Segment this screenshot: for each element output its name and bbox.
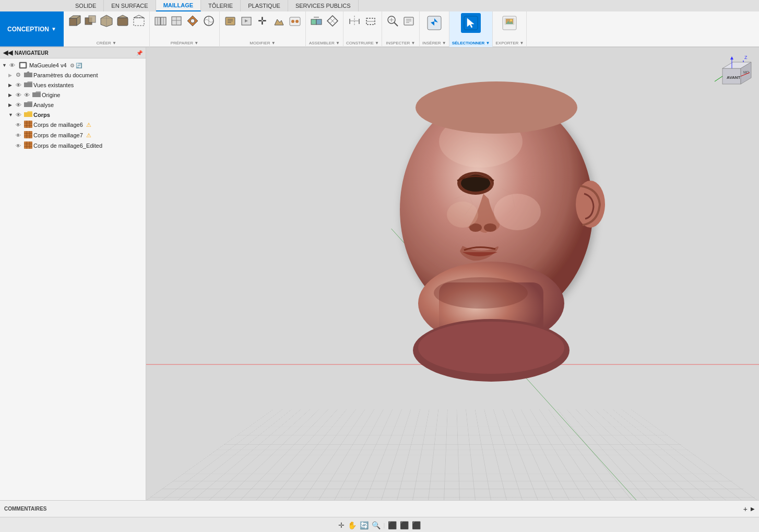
- expand-analyse-icon[interactable]: ▶: [8, 102, 15, 108]
- navigator-collapse-icon[interactable]: ◀◀: [3, 49, 13, 56]
- view-ctrl-rotate[interactable]: 🔄: [360, 521, 369, 529]
- eye-icon-corps[interactable]: 👁: [16, 112, 23, 118]
- tab-maillage[interactable]: MAILLAGE: [156, 0, 201, 11]
- modifier-icon-2[interactable]: [239, 13, 254, 29]
- expand-origine-icon[interactable]: ▶: [8, 92, 15, 98]
- modifier-icon-1[interactable]: [222, 13, 238, 29]
- eye-icon-mesh6[interactable]: 👁: [16, 122, 23, 128]
- construire-icon-1[interactable]: [347, 13, 362, 29]
- toolbar-group-inspecter: INSPECTER ▼: [382, 11, 420, 47]
- construire-icon-2[interactable]: [363, 13, 378, 29]
- nav-item-vues[interactable]: ▶ 👁 Vues existantes: [0, 80, 146, 90]
- modifier-icon-4[interactable]: [271, 13, 287, 29]
- navigator-pin-icon[interactable]: 📌: [136, 50, 143, 56]
- creer-icon-4[interactable]: [115, 13, 131, 29]
- refresh-icon-root[interactable]: 🔄: [76, 63, 82, 68]
- comments-collapse-icon[interactable]: ▶: [751, 506, 755, 512]
- document-icon: [19, 62, 27, 69]
- svg-rect-10: [134, 18, 144, 26]
- expand-params-icon[interactable]: ▶: [8, 73, 15, 78]
- assembler-icon-2[interactable]: [325, 13, 340, 29]
- view-ctrl-display1[interactable]: ⬛: [388, 521, 397, 529]
- svg-text:AVANT: AVANT: [727, 75, 740, 80]
- creer-icon-2[interactable]: [82, 13, 98, 29]
- expand-vues-icon[interactable]: ▶: [8, 82, 15, 88]
- creer-icon-1[interactable]: [66, 13, 82, 29]
- orientation-cube[interactable]: Z AVANT MO: [712, 53, 754, 94]
- nav-item-mesh6[interactable]: 👁 Corps de maillage6 ⚠: [0, 120, 146, 130]
- nav-item-analyse[interactable]: ▶ 👁 Analyse: [0, 100, 146, 110]
- exporter-label[interactable]: EXPORTER ▼: [495, 41, 524, 45]
- comments-bar: COMMENTAIRES + ▶: [0, 500, 759, 517]
- tab-en-surface[interactable]: EN SURFACE: [104, 0, 156, 11]
- svg-point-82: [484, 223, 496, 232]
- preparer-icon-1[interactable]: [152, 13, 168, 29]
- toolbar-group-creer: CRÉER ▼: [64, 11, 150, 47]
- svg-rect-67: [24, 141, 32, 149]
- toolbar-group-selectionner: SÉLECTIONNER ▼: [449, 11, 493, 47]
- selectionner-label[interactable]: SÉLECTIONNER ▼: [452, 41, 490, 45]
- nav-item-params[interactable]: ▶ ⚙ Paramètres du document: [0, 70, 146, 80]
- view-ctrl-display2[interactable]: ⬛: [400, 521, 409, 529]
- svg-line-39: [394, 22, 398, 26]
- nav-item-mesh6e[interactable]: 👁 Corps de maillage6_Edited: [0, 140, 146, 151]
- view-ctrl-pan[interactable]: ✋: [348, 521, 357, 529]
- preparer-icon-2[interactable]: [169, 13, 184, 29]
- preparer-label[interactable]: PRÉPARER ▼: [171, 41, 199, 45]
- conception-button[interactable]: CONCEPTION ▼: [0, 11, 64, 46]
- settings-icon-root[interactable]: ⚙: [70, 63, 75, 68]
- tab-solide[interactable]: SOLIDE: [68, 0, 104, 11]
- comments-add-icon[interactable]: +: [743, 505, 748, 513]
- conception-arrow-icon: ▼: [51, 26, 56, 32]
- inserer-icon-1[interactable]: [424, 13, 444, 33]
- preparer-icon-3[interactable]: [185, 13, 200, 29]
- grid-floor: [146, 409, 759, 500]
- construire-label[interactable]: CONSTRUIRE ▼: [346, 41, 379, 45]
- svg-point-28: [295, 20, 299, 23]
- assembler-label[interactable]: ASSEMBLER ▼: [309, 41, 340, 45]
- view-ctrl-zoom[interactable]: 🔍: [372, 521, 381, 529]
- modifier-icon-5[interactable]: [287, 13, 303, 29]
- inspecter-icon-2[interactable]: [401, 13, 417, 29]
- modifier-icon-move[interactable]: ✛: [255, 13, 270, 29]
- eye-icon-mesh6e[interactable]: 👁: [16, 143, 23, 149]
- inspecter-icon-1[interactable]: [385, 13, 400, 29]
- view-ctrl-move[interactable]: ✛: [338, 521, 345, 529]
- view-ctrl-display3[interactable]: ⬛: [412, 521, 421, 529]
- mesh6e-icon: [24, 141, 32, 150]
- selectionner-icon-1[interactable]: [461, 13, 481, 33]
- svg-point-20: [191, 19, 195, 23]
- nav-item-origine[interactable]: ▶ 👁 👁 Origine: [0, 90, 146, 100]
- tab-plastique[interactable]: PLASTIQUE: [241, 0, 288, 11]
- assembler-icon-1[interactable]: [309, 13, 324, 29]
- svg-rect-29: [311, 19, 316, 25]
- creer-icon-3[interactable]: [99, 13, 114, 29]
- eye-icon-mesh7[interactable]: 👁: [16, 133, 23, 138]
- expand-corps-icon[interactable]: ▼: [8, 112, 15, 117]
- nav-item-root[interactable]: ▼ 👁 MaGueule4 v4 ⚙ 🔄: [0, 61, 146, 70]
- svg-text:MO: MO: [743, 70, 750, 74]
- viewport-3d[interactable]: Z AVANT MO: [146, 48, 759, 500]
- toolbar-group-inserer: INSÉRER ▼: [420, 11, 449, 47]
- exporter-icon-1[interactable]: [500, 13, 519, 33]
- creer-label[interactable]: CRÉER ▼: [97, 41, 116, 45]
- eye-icon-vues[interactable]: 👁: [16, 82, 23, 88]
- creer-icon-5[interactable]: [131, 13, 147, 29]
- modifier-label[interactable]: MODIFIER ▼: [250, 41, 275, 45]
- svg-point-54: [510, 19, 512, 21]
- expand-root-icon[interactable]: ▼: [2, 63, 8, 68]
- eye-icon-root[interactable]: 👁: [9, 62, 17, 68]
- preparer-icon-4[interactable]: [201, 13, 217, 29]
- eye-icon-origine[interactable]: 👁: [16, 92, 23, 98]
- svg-rect-0: [69, 18, 77, 26]
- eye-icon-analyse[interactable]: 👁: [16, 102, 23, 108]
- nav-item-mesh7[interactable]: 👁 Corps de maillage7 ⚠: [0, 130, 146, 140]
- tab-services-publics[interactable]: SERVICES PUBLICS: [288, 0, 359, 11]
- eye-icon-origine-2[interactable]: 👁: [24, 92, 31, 98]
- inspecter-label[interactable]: INSPECTER ▼: [386, 41, 415, 45]
- inserer-label[interactable]: INSÉRER ▼: [422, 41, 446, 45]
- status-bar: ✛ ✋ 🔄 🔍 | ⬛ ⬛ ⬛: [0, 517, 759, 532]
- nav-item-corps[interactable]: ▼ 👁 Corps: [0, 110, 146, 120]
- navigator-panel: ◀◀ NAVIGATEUR 📌 ▼ 👁 MaGueule4 v4 ⚙ 🔄 ▶ ⚙: [0, 48, 146, 500]
- tab-tolerie[interactable]: TÔLERIE: [201, 0, 241, 11]
